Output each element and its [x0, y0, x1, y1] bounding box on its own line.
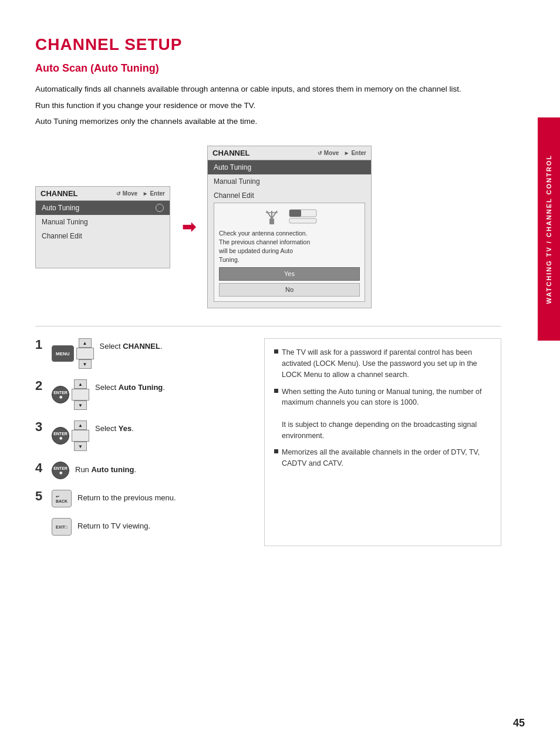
- page-title: CHANNEL SETUP: [35, 35, 501, 54]
- step-4-bold: Auto tuning: [91, 465, 134, 474]
- step-2-row: 2 ENTER◉ ▲ ▼ Select Auto Tuning.: [35, 379, 247, 410]
- exit-step-row: EXIT□ Return to TV viewing.: [35, 518, 247, 536]
- step-5-buttons: ↩BACK: [52, 490, 72, 507]
- step-5-text: Return to the previous menu.: [77, 490, 176, 504]
- notes-box: The TV will ask for a password if parent…: [264, 338, 501, 546]
- exit-step-number: [35, 518, 46, 531]
- note-3-text: Memorizes all the available channels in …: [282, 447, 491, 469]
- svg-line-2: [272, 211, 277, 218]
- right-menu-box: CHANNEL ↺ Move ► Enter Auto Tuning Manua…: [207, 146, 372, 309]
- right-menu-title: CHANNEL: [212, 149, 250, 157]
- exit-step-text: Return to TV viewing.: [77, 518, 150, 532]
- right-menu-dialog: Check your antenna connection. The previ…: [214, 203, 365, 302]
- right-menu-item-auto-tuning: Auto Tuning: [208, 160, 371, 174]
- note-2: When setting the Auto tuning or Manual t…: [274, 386, 491, 442]
- arrow-icon: ➡: [182, 217, 195, 237]
- nav-mid-3: [72, 430, 89, 442]
- nav-group-1: ▲ ▼: [76, 338, 94, 369]
- note-1: The TV will ask for a password if parent…: [274, 347, 491, 380]
- nav-mid-2: [72, 389, 89, 401]
- step-3-text: Select Yes.: [95, 420, 134, 435]
- bullet-3-icon: [274, 449, 278, 453]
- right-menu-header: CHANNEL ↺ Move ► Enter: [208, 146, 371, 160]
- nav-group-3: ▲ ▼: [72, 420, 89, 451]
- nav-up-3[interactable]: ▲: [74, 420, 87, 430]
- svg-line-1: [266, 211, 272, 218]
- note-2-text: When setting the Auto tuning or Manual t…: [282, 386, 491, 442]
- step-2-text: Select Auto Tuning.: [95, 379, 165, 393]
- exit-step-buttons: EXIT□: [52, 518, 72, 536]
- nav-down-1[interactable]: ▼: [79, 359, 92, 369]
- step-4-text: Run Auto tuning.: [75, 462, 136, 476]
- dialog-icons: [219, 208, 360, 226]
- svg-rect-0: [269, 218, 274, 224]
- right-menu-item-manual-tuning: Manual Tuning: [208, 174, 371, 189]
- left-menu-item-channel-edit: Channel Edit: [36, 229, 170, 243]
- svg-rect-7: [289, 218, 316, 223]
- note-1-text: The TV will ask for a password if parent…: [282, 347, 491, 380]
- back-button[interactable]: ↩BACK: [52, 490, 72, 507]
- nav-up-1[interactable]: ▲: [79, 338, 92, 348]
- dialog-text: Check your antenna connection. The previ…: [219, 229, 360, 265]
- enter-button-2[interactable]: ENTER◉: [52, 386, 69, 403]
- antenna-icon: [261, 208, 282, 226]
- step-5-number: 5: [35, 490, 46, 503]
- enter-circle-icon: [156, 204, 164, 212]
- note-3: Memorizes all the available channels in …: [274, 447, 491, 469]
- exit-button[interactable]: EXIT□: [52, 518, 72, 536]
- progress-bar-icon: [288, 208, 318, 225]
- bullet-2-icon: [274, 389, 278, 393]
- step-1-buttons: MENU ▲ ▼: [52, 338, 94, 369]
- left-menu-title: CHANNEL: [41, 189, 78, 198]
- side-label-text: WATCHING TV / CHANNEL CONTROL: [545, 154, 552, 304]
- nav-mid-1: [76, 348, 94, 359]
- divider: [35, 326, 501, 327]
- left-menu-item-manual-tuning: Manual Tuning: [36, 215, 170, 229]
- step-4-row: 4 ENTER◉ Run Auto tuning.: [35, 462, 247, 479]
- step-2-number: 2: [35, 379, 46, 392]
- step-5-row: 5 ↩BACK Return to the previous menu.: [35, 490, 247, 507]
- no-button[interactable]: No: [219, 283, 360, 297]
- right-menu-item-channel-edit: Channel Edit: [208, 189, 371, 203]
- steps-section: 1 MENU ▲ ▼ Select CHANNEL. 2 ENTER◉: [35, 338, 501, 546]
- intro-line3: Auto Tuning memorizes only the channels …: [35, 115, 501, 128]
- step-3-number: 3: [35, 420, 46, 433]
- nav-up-2[interactable]: ▲: [74, 379, 87, 389]
- page-number: 45: [513, 717, 525, 729]
- enter-button-3[interactable]: ENTER◉: [52, 427, 69, 445]
- step-3-bold: Yes: [119, 424, 131, 433]
- nav-down-3[interactable]: ▼: [74, 442, 87, 451]
- step-1-text: Select CHANNEL.: [100, 338, 163, 352]
- section-title: Auto Scan (Auto Tuning): [35, 62, 501, 75]
- step-1-bold: CHANNEL: [123, 342, 160, 351]
- side-label: WATCHING TV / CHANNEL CONTROL: [538, 117, 560, 341]
- left-menu-item-auto-tuning: Auto Tuning: [36, 201, 170, 215]
- svg-rect-6: [289, 210, 301, 217]
- left-menu-box: CHANNEL ↺ Move ► Enter Auto Tuning Manua…: [35, 186, 170, 268]
- step-1-number: 1: [35, 338, 46, 351]
- left-menu-header: CHANNEL ↺ Move ► Enter: [36, 187, 170, 201]
- step-2-bold: Auto Tuning: [119, 383, 163, 392]
- intro-line1: Automatically finds all channels availab…: [35, 83, 501, 96]
- right-menu-nav: ↺ Move ► Enter: [318, 150, 366, 156]
- step-4-buttons: ENTER◉: [52, 462, 69, 479]
- step-4-number: 4: [35, 462, 46, 475]
- nav-group-2: ▲ ▼: [72, 379, 89, 410]
- step-3-buttons: ENTER◉ ▲ ▼: [52, 420, 89, 451]
- left-menu-nav: ↺ Move ► Enter: [116, 190, 165, 197]
- yes-button[interactable]: Yes: [219, 267, 360, 281]
- menu-button[interactable]: MENU: [52, 345, 74, 362]
- nav-down-2[interactable]: ▼: [74, 401, 87, 410]
- step-3-row: 3 ENTER◉ ▲ ▼ Select Yes.: [35, 420, 247, 451]
- enter-button-4[interactable]: ENTER◉: [52, 462, 69, 479]
- step-1-row: 1 MENU ▲ ▼ Select CHANNEL.: [35, 338, 247, 369]
- diagrams-row: CHANNEL ↺ Move ► Enter Auto Tuning Manua…: [35, 146, 501, 309]
- bullet-1-icon: [274, 349, 278, 354]
- intro-line2: Run this function if you change your res…: [35, 99, 501, 112]
- step-2-buttons: ENTER◉ ▲ ▼: [52, 379, 89, 410]
- steps-left: 1 MENU ▲ ▼ Select CHANNEL. 2 ENTER◉: [35, 338, 247, 546]
